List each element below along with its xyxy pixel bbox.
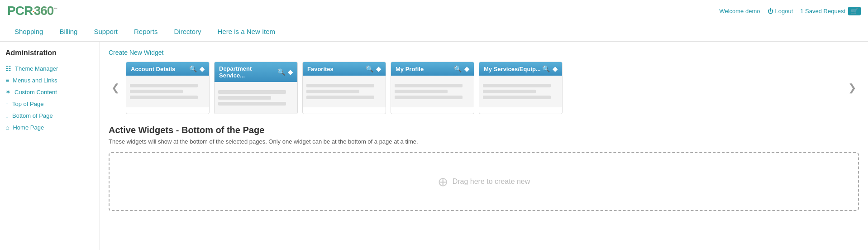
widget-title-my-services: My Services/Equip... bbox=[484, 66, 542, 72]
logout-link[interactable]: Logout bbox=[768, 8, 793, 14]
widget-search-icon[interactable]: 🔍 bbox=[542, 65, 550, 72]
list-icon: ≡ bbox=[5, 77, 9, 84]
sidebar-item-bottom-of-page[interactable]: ↓ Bottom of Page bbox=[4, 110, 95, 121]
logout-icon bbox=[768, 8, 773, 14]
widget-card-body-account-details bbox=[126, 76, 209, 107]
nav-shopping[interactable]: Shopping bbox=[7, 22, 50, 41]
widget-carousel: ❮ Account Details 🔍 ◆ bbox=[109, 62, 859, 114]
nav-billing[interactable]: Billing bbox=[52, 22, 85, 41]
widget-title-account-details: Account Details bbox=[131, 66, 189, 72]
widget-header-icons: 🔍 ◆ bbox=[366, 65, 381, 72]
sidebar-label-home-page: Home Page bbox=[13, 124, 44, 131]
nav-reports[interactable]: Reports bbox=[127, 22, 165, 41]
widget-card-my-services: My Services/Equip... 🔍 ◆ bbox=[479, 62, 563, 114]
active-section-desc: These widgets will show at the bottom of… bbox=[109, 138, 859, 145]
widget-line bbox=[306, 84, 374, 87]
widget-card-body-my-services bbox=[479, 76, 562, 107]
widget-header-icons: 🔍 ◆ bbox=[277, 68, 293, 76]
sidebar-item-menus-links[interactable]: ≡ Menus and Links bbox=[4, 74, 95, 86]
widget-line bbox=[483, 96, 551, 99]
content-area: Administration ☷ Theme Manager ≡ Menus a… bbox=[0, 42, 868, 250]
logo-tm: ™ bbox=[53, 7, 57, 11]
widget-card-department-service: Department Service... 🔍 ◆ bbox=[214, 62, 298, 114]
saved-request-icon: 🛒 bbox=[848, 7, 861, 15]
widget-card-my-profile: My Profile 🔍 ◆ bbox=[391, 62, 474, 114]
widget-line bbox=[395, 96, 463, 99]
create-widget-link[interactable]: Create New Widget bbox=[109, 49, 163, 56]
main-nav: Shopping Billing Support Reports Directo… bbox=[0, 22, 868, 42]
widget-line bbox=[218, 96, 271, 100]
sidebar-label-menus-links: Menus and Links bbox=[13, 77, 57, 84]
widget-line bbox=[395, 84, 463, 87]
sidebar-label-theme-manager: Theme Manager bbox=[15, 65, 58, 72]
widget-header-icons: 🔍 ◆ bbox=[454, 65, 469, 72]
carousel-next-button[interactable]: ❯ bbox=[845, 80, 859, 96]
sidebar-title: Administration bbox=[4, 49, 95, 57]
logout-label: Logout bbox=[775, 8, 793, 14]
nav-directory[interactable]: Directory bbox=[167, 22, 209, 41]
widget-line bbox=[218, 102, 286, 106]
widget-globe-icon[interactable]: ◆ bbox=[553, 65, 558, 72]
widget-search-icon[interactable]: 🔍 bbox=[454, 65, 462, 72]
widget-title-favorites: Favorites bbox=[307, 66, 366, 72]
widget-line bbox=[130, 90, 183, 93]
welcome-text: Welcome demo bbox=[719, 8, 760, 14]
saved-request-button[interactable]: 1 Saved Request 🛒 bbox=[800, 7, 861, 15]
widget-search-icon[interactable]: 🔍 bbox=[277, 68, 285, 76]
sidebar-item-home-page[interactable]: ⌂ Home Page bbox=[4, 121, 95, 133]
widget-line bbox=[483, 84, 551, 87]
active-section-title: Active Widgets - Bottom of the Page bbox=[109, 125, 859, 135]
drop-zone-text: Drag here to create new bbox=[453, 178, 530, 186]
sidebar-label-top-of-page: Top of Page bbox=[12, 101, 43, 107]
arrow-down-icon: ↓ bbox=[5, 112, 9, 119]
widget-header-icons: 🔍 ◆ bbox=[189, 65, 205, 72]
main-content: Create New Widget ❮ Account Details 🔍 ◆ bbox=[100, 42, 868, 250]
widget-globe-icon[interactable]: ◆ bbox=[288, 68, 293, 76]
drop-zone[interactable]: ⊕ Drag here to create new bbox=[109, 152, 859, 211]
widget-card-header-my-profile: My Profile 🔍 ◆ bbox=[391, 62, 474, 76]
widget-card-header-department-service: Department Service... 🔍 ◆ bbox=[215, 62, 297, 82]
widget-search-icon[interactable]: 🔍 bbox=[366, 65, 373, 72]
sidebar-label-custom-content: Custom Content bbox=[14, 89, 57, 96]
widget-globe-icon[interactable]: ◆ bbox=[376, 65, 381, 72]
sidebar-item-custom-content[interactable]: ✶ Custom Content bbox=[4, 86, 95, 98]
username-label: demo bbox=[745, 8, 760, 14]
carousel-prev-button[interactable]: ❮ bbox=[109, 80, 122, 96]
logo-num: 360 bbox=[34, 4, 54, 18]
logo: PCR•360™ bbox=[7, 4, 57, 18]
widget-globe-icon[interactable]: ◆ bbox=[464, 65, 469, 72]
widget-line bbox=[483, 90, 536, 93]
top-header: PCR•360™ Welcome demo Logout 1 Saved Req… bbox=[0, 0, 868, 22]
widget-card-account-details: Account Details 🔍 ◆ bbox=[126, 62, 210, 114]
sidebar-item-top-of-page[interactable]: ↑ Top of Page bbox=[4, 98, 95, 110]
nav-new-item[interactable]: Here is a New Item bbox=[210, 22, 283, 41]
widget-line bbox=[306, 90, 359, 93]
drop-zone-plus-icon: ⊕ bbox=[438, 174, 448, 189]
widget-card-body-favorites bbox=[303, 76, 386, 107]
welcome-label: Welcome bbox=[719, 8, 744, 14]
nav-support[interactable]: Support bbox=[86, 22, 125, 41]
widget-line bbox=[306, 96, 374, 99]
home-icon: ⌂ bbox=[5, 124, 9, 131]
widget-line bbox=[395, 90, 448, 93]
widget-header-icons: 🔍 ◆ bbox=[542, 65, 558, 72]
sidebar-label-bottom-of-page: Bottom of Page bbox=[12, 112, 53, 119]
widget-line bbox=[130, 84, 198, 87]
widgets-row: Account Details 🔍 ◆ Department bbox=[126, 62, 842, 114]
widget-card-body-my-profile bbox=[391, 76, 474, 107]
widget-card-header-account-details: Account Details 🔍 ◆ bbox=[126, 62, 209, 76]
widget-search-icon[interactable]: 🔍 bbox=[189, 65, 197, 72]
sidebar: Administration ☷ Theme Manager ≡ Menus a… bbox=[0, 42, 100, 250]
arrow-up-icon: ↑ bbox=[5, 100, 9, 107]
header-right: Welcome demo Logout 1 Saved Request 🛒 bbox=[719, 7, 861, 15]
widget-line bbox=[130, 96, 198, 99]
widget-line bbox=[218, 90, 286, 94]
widget-card-header-my-services: My Services/Equip... 🔍 ◆ bbox=[479, 62, 562, 76]
widget-globe-icon[interactable]: ◆ bbox=[200, 65, 205, 72]
logo-pcr: PCR bbox=[7, 4, 33, 18]
widget-card-favorites: Favorites 🔍 ◆ bbox=[302, 62, 386, 114]
widget-title-my-profile: My Profile bbox=[396, 66, 454, 72]
custom-icon: ✶ bbox=[5, 88, 11, 96]
sidebar-item-theme-manager[interactable]: ☷ Theme Manager bbox=[4, 62, 95, 74]
widget-card-body-department-service bbox=[215, 82, 297, 114]
